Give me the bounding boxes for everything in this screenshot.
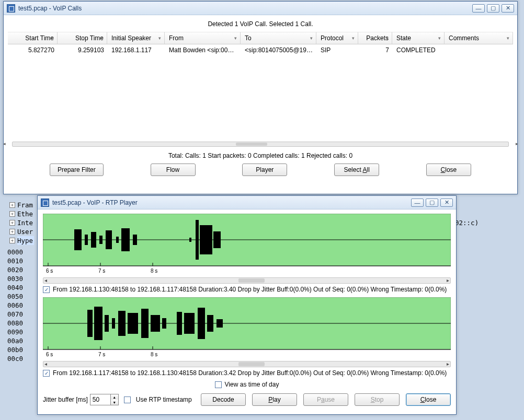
svg-text:6 s: 6 s xyxy=(46,352,53,357)
scroll-right-icon[interactable]: ▸ xyxy=(514,141,519,147)
decode-button[interactable]: Decode xyxy=(201,393,246,406)
stream-2-info: From 192.168.1.117:48158 to 192.168.1.13… xyxy=(53,369,447,377)
waveform-2[interactable]: 6 s 7 s 8 s xyxy=(43,297,451,360)
svg-rect-5 xyxy=(99,236,102,244)
svg-rect-3 xyxy=(85,235,88,245)
flow-button[interactable]: Flow xyxy=(151,164,196,176)
svg-text:7 s: 7 s xyxy=(98,268,105,274)
detected-line: Detected 1 VoIP Call. Selected 1 Call. xyxy=(8,20,513,28)
cell-comments xyxy=(445,44,513,56)
svg-rect-7 xyxy=(116,237,119,243)
close-icon[interactable]: ✕ xyxy=(502,4,514,13)
packet-tree-fragment: +Fram +Ethe +Inte +User +Hype xyxy=(9,201,34,245)
maximize-icon[interactable]: ▢ xyxy=(426,199,438,207)
axis-tick: 6 s xyxy=(46,268,53,274)
minimize-icon[interactable]: — xyxy=(411,199,424,207)
svg-rect-10 xyxy=(189,238,191,242)
svg-rect-22 xyxy=(87,310,93,337)
cell-from: Matt Bowden <sip:000000 xyxy=(165,44,241,56)
close-button[interactable]: Close xyxy=(426,164,471,176)
stream-1-checkbox[interactable] xyxy=(43,286,50,293)
waveform-1[interactable]: 6 s 7 s 8 s xyxy=(43,214,451,276)
pause-button: Pause xyxy=(303,393,348,406)
stream-1-info: From 192.168.1.130:48158 to 192.168.1.11… xyxy=(53,286,447,293)
minimize-icon[interactable]: — xyxy=(472,4,485,13)
spinner-down-icon[interactable]: ▼ xyxy=(111,400,118,405)
maximize-icon[interactable]: ▢ xyxy=(487,4,499,13)
select-all-button[interactable]: Select All xyxy=(334,164,379,176)
rtp-stream-1: 6 s 7 s 8 s From 192.168.1.130:48158 to … xyxy=(43,214,451,293)
svg-rect-25 xyxy=(112,318,115,329)
col-from[interactable]: From▾ xyxy=(165,32,241,44)
use-rtp-timestamp-label: Use RTP timestamp xyxy=(136,396,192,403)
jitter-buffer-spinner[interactable]: ▲ ▼ xyxy=(90,394,119,405)
prepare-filter-button[interactable]: Prepare Filter xyxy=(50,164,104,176)
jitter-buffer-label: Jitter buffer [ms] xyxy=(43,396,88,403)
col-comments[interactable]: Comments▾ xyxy=(445,32,513,44)
packet-tree-tail: 02::c) xyxy=(455,219,479,227)
svg-rect-8 xyxy=(121,228,130,251)
use-rtp-timestamp-checkbox[interactable] xyxy=(124,396,131,403)
stream-2-scrollbar[interactable] xyxy=(43,361,451,367)
voip-calls-titlebar[interactable]: test5.pcap - VoIP Calls — ▢ ✕ xyxy=(4,2,517,15)
stream-1-scrollbar[interactable] xyxy=(43,277,451,284)
col-packets[interactable]: Packets▾ xyxy=(358,32,392,44)
view-as-tod-label: View as time of day xyxy=(225,381,279,388)
col-start-time[interactable]: Start Time▾ xyxy=(8,32,58,44)
calls-table-header[interactable]: Start Time▾ Stop Time▾ Initial Speaker▾ … xyxy=(8,32,513,44)
spinner-up-icon[interactable]: ▲ xyxy=(111,394,118,400)
stop-button: Stop xyxy=(355,393,400,406)
svg-rect-4 xyxy=(91,232,96,248)
svg-rect-27 xyxy=(128,313,138,334)
svg-text:7 s: 7 s xyxy=(98,352,105,357)
svg-text:8 s: 8 s xyxy=(151,268,157,274)
expand-icon[interactable]: + xyxy=(9,211,15,217)
svg-rect-29 xyxy=(151,315,160,332)
expand-icon[interactable]: + xyxy=(9,229,15,235)
expand-icon[interactable]: + xyxy=(9,202,15,208)
cell-stop: 9.259103 xyxy=(58,44,107,56)
voip-calls-title: test5.pcap - VoIP Calls xyxy=(18,5,469,12)
cell-start: 5.827270 xyxy=(8,44,58,56)
col-stop-time[interactable]: Stop Time▾ xyxy=(58,32,107,44)
horizontal-scrollbar[interactable] xyxy=(12,142,509,147)
rtp-title: test5.pcap - VoIP - RTP Player xyxy=(52,199,408,206)
calls-table: Start Time▾ Stop Time▾ Initial Speaker▾ … xyxy=(8,32,513,138)
rtp-player-window: test5.pcap - VoIP - RTP Player — ▢ ✕ xyxy=(37,195,457,415)
svg-rect-23 xyxy=(94,307,102,340)
table-row[interactable]: 5.827270 9.259103 192.168.1.117 Matt Bow… xyxy=(8,44,513,56)
play-button[interactable]: Play xyxy=(252,393,297,406)
cell-to: <sip:8014075005@192.168 xyxy=(241,44,316,56)
app-icon xyxy=(41,199,49,207)
col-to[interactable]: To▾ xyxy=(241,32,316,44)
svg-rect-12 xyxy=(200,225,212,254)
rtp-close-button[interactable]: Close xyxy=(406,393,451,406)
rtp-titlebar[interactable]: test5.pcap - VoIP - RTP Player — ▢ ✕ xyxy=(38,196,456,209)
col-initial-speaker[interactable]: Initial Speaker▾ xyxy=(107,32,165,44)
col-protocol[interactable]: Protocol▾ xyxy=(316,32,358,44)
svg-rect-32 xyxy=(184,313,195,334)
expand-icon[interactable]: + xyxy=(9,220,15,226)
totals-line: Total: Calls: 1 Start packets: 0 Complet… xyxy=(8,152,513,159)
svg-rect-11 xyxy=(196,220,199,260)
player-button[interactable]: Player xyxy=(242,164,287,176)
app-icon xyxy=(7,4,15,13)
svg-text:8 s: 8 s xyxy=(151,352,157,357)
rtp-stream-2: 6 s 7 s 8 s From 192.168.1.117:48158 to … xyxy=(43,297,451,377)
cell-state: COMPLETED xyxy=(392,44,445,56)
col-state[interactable]: State▾ xyxy=(392,32,445,44)
cell-proto: SIP xyxy=(316,44,358,56)
view-as-tod-checkbox[interactable] xyxy=(215,381,222,388)
stream-2-checkbox[interactable] xyxy=(43,370,50,377)
jitter-buffer-input[interactable] xyxy=(90,394,110,405)
svg-rect-2 xyxy=(74,229,82,250)
svg-rect-24 xyxy=(105,315,109,332)
svg-rect-31 xyxy=(177,312,182,335)
expand-icon[interactable]: + xyxy=(9,238,15,243)
close-icon[interactable]: ✕ xyxy=(440,199,453,207)
svg-rect-35 xyxy=(217,319,223,328)
cell-packets: 7 xyxy=(358,44,392,56)
scroll-left-icon[interactable]: ◂ xyxy=(2,141,7,147)
voip-calls-window: test5.pcap - VoIP Calls — ▢ ✕ Detected 1… xyxy=(3,1,518,194)
svg-rect-6 xyxy=(106,230,112,249)
